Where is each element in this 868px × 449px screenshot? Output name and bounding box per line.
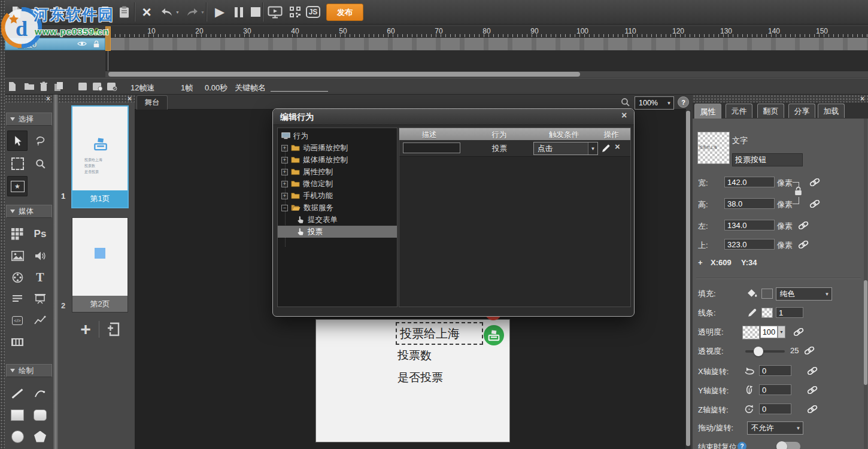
tool-polygon[interactable] xyxy=(30,426,50,447)
js-export-button[interactable]: JS xyxy=(304,3,322,21)
rotate-y-link-icon[interactable] xyxy=(807,386,818,394)
fill-mode-select[interactable]: 纯色 ▼ xyxy=(776,287,832,301)
play-button[interactable]: ▶ xyxy=(211,3,229,21)
tree-leaf-submit-form[interactable]: 提交表单 xyxy=(278,214,397,226)
paint-bucket-icon[interactable] xyxy=(747,289,758,298)
badge-vote-component[interactable] xyxy=(484,325,504,345)
fill-color-swatch[interactable] xyxy=(761,289,773,299)
expander-icon[interactable]: + xyxy=(281,145,288,151)
top-link-icon[interactable] xyxy=(798,241,809,248)
opacity-swatch[interactable] xyxy=(742,326,760,339)
tool-text[interactable]: T xyxy=(30,267,50,287)
line-width-input[interactable] xyxy=(776,307,803,318)
timeline-close-button[interactable]: × xyxy=(1,27,5,33)
tool-select-arrow[interactable] xyxy=(7,131,28,151)
redo-button[interactable] xyxy=(183,3,201,21)
rotate-x-input[interactable] xyxy=(759,365,791,376)
tool-html-embed[interactable]: </> xyxy=(7,310,28,330)
tool-component-library[interactable] xyxy=(7,224,28,244)
tool-zoom[interactable] xyxy=(30,153,50,174)
paste-button[interactable] xyxy=(115,3,133,21)
stage-vscrollbar-thumb[interactable] xyxy=(686,111,690,446)
cut-button[interactable] xyxy=(74,3,92,21)
duplicate-page-button[interactable] xyxy=(105,319,125,339)
perspective-slider-knob[interactable] xyxy=(754,347,763,356)
height-input[interactable] xyxy=(724,198,775,209)
visibility-column-eye-icon[interactable] xyxy=(78,28,87,34)
new-document-button[interactable] xyxy=(7,3,25,21)
tab-stage[interactable]: 舞台 xyxy=(136,95,168,110)
left-link-icon[interactable] xyxy=(798,222,809,229)
opacity-input[interactable] xyxy=(760,326,778,338)
opacity-link-icon[interactable] xyxy=(793,328,804,336)
delete-frame-button[interactable] xyxy=(40,81,48,92)
trigger-select[interactable]: 点击 ▼ xyxy=(533,142,598,155)
width-link-icon[interactable] xyxy=(809,178,820,186)
tool-ellipse[interactable] xyxy=(7,426,28,447)
tree-folder-animation[interactable]: +动画播放控制 xyxy=(278,142,397,154)
playhead[interactable]: 1 xyxy=(105,26,111,51)
tool-image[interactable] xyxy=(7,245,28,266)
tree-folder-wechat[interactable]: +微信定制 xyxy=(278,178,397,190)
reset-toggle[interactable] xyxy=(776,442,800,449)
expander-icon[interactable]: + xyxy=(281,157,288,163)
tool-transform[interactable] xyxy=(7,153,28,174)
qr-code-button[interactable] xyxy=(286,3,304,21)
tab-page-flip[interactable]: 翻页 xyxy=(757,104,784,118)
stage-vscrollbar-track[interactable] xyxy=(685,110,691,449)
section-select[interactable]: 选择 xyxy=(6,113,52,126)
expander-icon[interactable]: + xyxy=(281,169,288,175)
insert-frame-button[interactable] xyxy=(78,82,87,91)
tree-folder-phone[interactable]: +手机功能 xyxy=(278,190,397,202)
tree-folder-property[interactable]: +属性控制 xyxy=(278,166,397,178)
tool-rounded-rectangle[interactable] xyxy=(30,405,50,425)
rotate-z-input[interactable] xyxy=(759,404,791,414)
tool-rectangle[interactable] xyxy=(7,405,28,425)
tool-chart[interactable] xyxy=(30,310,50,330)
lock-column-lock-icon[interactable] xyxy=(93,28,101,36)
tool-audio[interactable] xyxy=(30,245,50,266)
open-file-button[interactable] xyxy=(28,3,45,21)
element-name-input[interactable] xyxy=(732,153,803,166)
page-thumbnail-1[interactable]: 投票给上海投票数是否投票 第1页 xyxy=(71,105,129,208)
tool-video[interactable] xyxy=(7,267,28,287)
left-dock-grip[interactable] xyxy=(0,0,5,449)
delete-button[interactable]: × xyxy=(138,3,156,21)
layer-row[interactable]: 图层0 xyxy=(5,38,105,50)
save-button[interactable] xyxy=(49,3,67,21)
layer-lock-icon[interactable] xyxy=(93,40,100,48)
rotate-z-link-icon[interactable] xyxy=(807,405,818,413)
expander-icon[interactable]: + xyxy=(281,193,288,199)
opacity-spinner-button[interactable]: ▼ xyxy=(778,326,785,338)
section-media[interactable]: 媒体 xyxy=(6,205,52,218)
reset-help-icon[interactable]: ? xyxy=(738,442,746,449)
redo-caret-icon[interactable]: ▼ xyxy=(201,10,205,14)
section-draw[interactable]: 绘制 xyxy=(6,364,52,377)
line-color-swatch[interactable] xyxy=(761,308,773,318)
delete-behavior-button[interactable]: × xyxy=(615,144,620,150)
timeline-track[interactable] xyxy=(105,38,868,50)
tab-components[interactable]: 元件 xyxy=(726,104,752,118)
stage-canvas-page[interactable]: 投票给上海 投票数 是否投票 xyxy=(315,319,510,442)
new-frame-button[interactable] xyxy=(8,81,16,92)
tools-panel-close-button[interactable]: × xyxy=(46,96,50,102)
selected-text-element[interactable]: 投票给上海 xyxy=(396,322,483,345)
publish-button[interactable]: 发布 xyxy=(326,4,363,21)
tool-presentation[interactable] xyxy=(30,289,50,309)
expander-icon[interactable]: − xyxy=(281,205,288,211)
expander-icon[interactable]: + xyxy=(281,181,288,187)
properties-panel-grip[interactable] xyxy=(693,95,868,102)
dialog-close-button[interactable]: × xyxy=(621,113,627,119)
line-pencil-icon[interactable] xyxy=(748,308,757,317)
edit-behavior-button[interactable] xyxy=(602,144,611,153)
open-frame-folder-button[interactable] xyxy=(24,82,35,90)
pages-panel-grip[interactable] xyxy=(58,95,135,102)
rotate-y-input[interactable] xyxy=(759,384,791,395)
properties-panel-close-button[interactable]: × xyxy=(860,96,864,102)
tab-share[interactable]: 分享 xyxy=(788,104,815,118)
tool-curve[interactable] xyxy=(30,383,50,404)
perspective-link-icon[interactable] xyxy=(804,347,815,354)
add-page-button[interactable]: + xyxy=(76,317,95,341)
page-label[interactable]: 第2页 xyxy=(72,296,128,312)
preview-button[interactable] xyxy=(266,3,284,21)
